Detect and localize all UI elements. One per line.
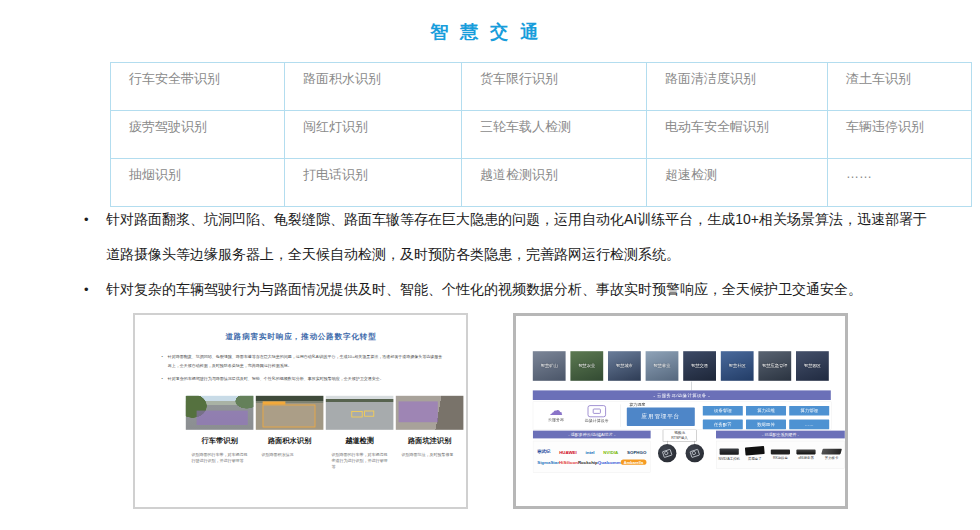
table-cell: 行车安全带识别 xyxy=(111,63,285,111)
detection-tag xyxy=(263,402,286,405)
scenario-tile: 智慧社区 xyxy=(721,351,754,381)
detection-caption: 识别路面积水情况 xyxy=(256,452,324,458)
detection-overlay xyxy=(197,411,248,425)
detection-box xyxy=(364,411,374,417)
table-row: 疲劳驾驶识别 闯红灯识别 三轮车载人检测 电动车安全帽识别 车辆违停识别 xyxy=(111,111,972,159)
device-item: 算力板卡 xyxy=(820,444,842,461)
detection-caption: 识别路面坑洼，及时预警修复 xyxy=(396,452,464,458)
chips-banner: - 适配多种云/边/端AI芯片 - xyxy=(533,430,651,438)
cloud-icon: ☁ xyxy=(539,403,573,417)
chip-logo: 寒武纪 xyxy=(537,449,550,455)
scenario-tile: 智慧农业 xyxy=(570,351,603,381)
scenario-tile: 智慧交通 xyxy=(683,351,716,381)
table-cell: 抽烟识别 xyxy=(111,159,285,207)
device-label: x86服务器 xyxy=(795,456,817,461)
detection-label-row: 行车带识别 识别路面的行车带，对车辆违规行驶进行识别，并进行管理等 路面积水识别… xyxy=(186,436,464,470)
device-image xyxy=(771,450,790,455)
camera-node xyxy=(658,444,676,462)
feature-box: 算力管理 xyxy=(789,406,829,416)
detection-label: 路面积水识别 xyxy=(256,436,324,446)
chip-logo: Rockchip xyxy=(578,460,598,465)
edge-device-item: 边缘计算设备 xyxy=(576,404,618,424)
table-cell: 路面积水识别 xyxy=(285,63,462,111)
devices-banner: - 已适配全系列硬件 - xyxy=(716,430,845,438)
photo-crossing-detection xyxy=(326,396,394,430)
tile-label: 智慧矿山 xyxy=(541,363,558,369)
video-input-box: 视频流 RTSP输入 xyxy=(663,430,697,442)
scenario-tile: 智慧园区 xyxy=(796,351,829,381)
device-item: RK边缘盒 xyxy=(769,444,791,461)
table-cell: 超速检测 xyxy=(647,159,828,207)
edge-device-icon xyxy=(588,405,606,417)
photo-lane-detection xyxy=(186,396,254,430)
scenario-tile: 智慧城市 xyxy=(608,351,641,381)
table-cell: 货车限行识别 xyxy=(462,63,647,111)
device-image xyxy=(821,449,842,455)
feature-box: 算力运维 xyxy=(746,406,786,416)
tile-label: 智慧社区 xyxy=(729,363,746,369)
detection-label: 行车带识别 xyxy=(186,436,254,446)
device-label: NVIDIA工控机 xyxy=(718,456,740,461)
tile-label: 智慧林业 xyxy=(654,363,671,369)
bullet-item: 针对复杂的车辆驾驶行为与路面情况提供及时、智能、个性化的视频数据分析、事故实时预… xyxy=(161,374,445,384)
device-image xyxy=(745,446,765,456)
cloud-server-item: ☁ 云服务器 xyxy=(539,403,573,423)
feature-box: …… xyxy=(789,420,829,430)
feature-box: 设备管理 xyxy=(703,406,743,416)
edge-label: 边缘计算设备 xyxy=(585,419,609,423)
camera-icon xyxy=(662,449,672,458)
left-panel-bullets: 针对路面翻浆、坑洞凹陷、龟裂缝隙、路面车辙等存在巨大隐患的问题，运用自动化AI训… xyxy=(161,352,445,387)
detection-item: 路面坑洼识别 识别路面坑洼，及时预警修复 xyxy=(396,436,464,470)
bullet-item: 针对路面翻浆、坑洞凹陷、龟裂缝隙、路面车辙等存在巨大隐患的问题，运用自动化AI训… xyxy=(84,202,936,272)
table-cell: 电动车安全帽识别 xyxy=(647,111,828,159)
chip-logo: Qualcomm xyxy=(598,460,621,465)
device-label: 昇腾盒子 xyxy=(744,456,766,461)
chip-logo: SOPHGO xyxy=(627,449,646,454)
device-label: 算力板卡 xyxy=(820,456,842,461)
platform-banner: - 云服务器/边缘计算设备 - xyxy=(533,390,831,400)
scenario-tile: 智慧林业 xyxy=(646,351,679,381)
chip-logo-row: SigmaStar HiSilicon Rockchip Qualcomm Am… xyxy=(537,460,646,465)
tile-label: 智慧城市 xyxy=(616,363,633,369)
platform-architecture-image: 智慧矿山 智慧农业 智慧城市 智慧林业 智慧交通 智慧社区 智慧应急管理 智慧园… xyxy=(513,313,848,509)
detection-label: 路面坑洼识别 xyxy=(396,436,464,446)
detection-item: 行车带识别 识别路面的行车带，对车辆违规行驶进行识别，并进行管理等 xyxy=(186,436,254,470)
tile-label: 智慧应急管理 xyxy=(762,363,787,369)
detection-label: 越道检测 xyxy=(326,436,394,446)
bullet-list: 针对路面翻浆、坑洞凹陷、龟裂缝隙、路面车辙等存在巨大隐患的问题，运用自动化AI训… xyxy=(84,202,936,307)
table-cell: …… xyxy=(828,159,972,207)
device-label: RK边缘盒 xyxy=(769,456,791,461)
detection-item: 路面积水识别 识别路面积水情况 xyxy=(256,436,324,470)
detection-box xyxy=(351,411,362,417)
chip-logo: NVIDIA xyxy=(603,449,618,454)
device-item: NVIDIA工控机 xyxy=(718,444,740,462)
photo-water-detection xyxy=(256,396,324,430)
device-item: 昇腾盒子 xyxy=(744,444,766,462)
table-cell: 越道检测识别 xyxy=(462,159,647,207)
table-row: 抽烟识别 打电话识别 越道检测识别 超速检测 …… xyxy=(111,159,972,207)
camera-node xyxy=(686,444,704,462)
camera-icon xyxy=(690,449,700,458)
chip-logo-box: 寒武纪 HUAWEI intel NVIDIA SOPHGO SigmaStar… xyxy=(533,441,651,473)
table-cell: 疲劳驾驶识别 xyxy=(111,111,285,159)
left-panel-title: 道路病害实时响应，推动公路数字化转型 xyxy=(135,332,467,342)
chip-logo: Ambarella xyxy=(621,460,647,465)
chip-logo: HiSilicon xyxy=(559,460,578,465)
tile-label: 智慧交通 xyxy=(691,363,708,369)
page-title: 智慧交通 xyxy=(0,20,980,44)
feature-table: 行车安全带识别 路面积水识别 货车限行识别 路面清洁度识别 渣土车识别 疲劳驾驶… xyxy=(110,62,972,207)
feature-box: 数据回传 xyxy=(746,420,786,430)
scenario-tile: 智慧应急管理 xyxy=(758,351,791,381)
device-image xyxy=(796,450,815,455)
feature-grid: 设备管理 算力运维 算力管理 任务配置 数据回传 …… xyxy=(703,406,829,429)
table-row: 行车安全带识别 路面积水识别 货车限行识别 路面清洁度识别 渣土车识别 xyxy=(111,63,972,111)
table-cell: 闯红灯识别 xyxy=(285,111,462,159)
table-cell: 三轮车载人检测 xyxy=(462,111,647,159)
detection-box xyxy=(263,405,316,428)
tile-label: 智慧园区 xyxy=(804,363,821,369)
table-cell: 渣土车识别 xyxy=(828,63,972,111)
device-box: NVIDIA工控机 昇腾盒子 RK边缘盒 x86服务器 算力板卡 xyxy=(716,441,845,469)
chip-logo: HUAWEI xyxy=(559,449,577,454)
table-cell: 车辆违停识别 xyxy=(828,111,972,159)
photo-pothole-detection xyxy=(396,396,464,430)
